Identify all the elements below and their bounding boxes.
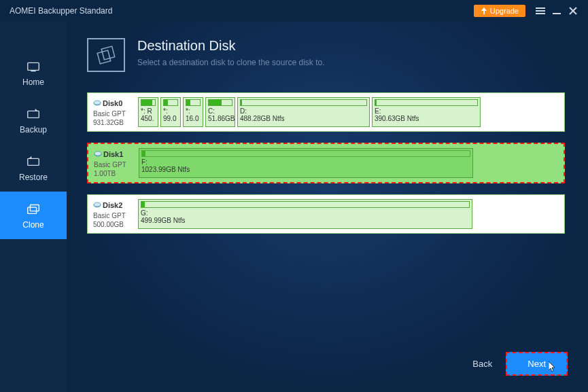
- partition-usage-bar: [141, 150, 470, 157]
- restore-icon: [26, 154, 41, 168]
- sidebar-label: Home: [22, 77, 44, 87]
- partition-size: 450.: [141, 115, 156, 122]
- disk-size: 1.00TB: [94, 170, 116, 177]
- svg-rect-9: [30, 205, 39, 211]
- partition-letter: *:: [163, 107, 178, 115]
- partition-size: 16.0: [186, 115, 201, 122]
- destination-disk-icon: [87, 38, 125, 72]
- disk-card[interactable]: Disk0Basic GPT931.32GB*: R450.*:99.0*:16…: [87, 92, 565, 132]
- home-icon: [26, 58, 41, 73]
- partition[interactable]: F:1023.99GB Ntfs: [139, 148, 473, 178]
- disk-icon: [94, 150, 102, 160]
- disk-type: Basic GPT: [94, 161, 126, 168]
- sidebar-label: Clone: [22, 220, 44, 230]
- disk-name: Disk0: [103, 99, 122, 107]
- titlebar: AOMEI Backupper Standard Upgrade: [0, 0, 588, 22]
- disk-card[interactable]: Disk1Basic GPT1.00TBF:1023.99GB Ntfs: [87, 143, 565, 183]
- partition-letter: *: R: [141, 107, 156, 115]
- sidebar-label: Backup: [20, 125, 47, 135]
- partition-letter: G:: [141, 209, 470, 217]
- disk-icon: [93, 99, 101, 109]
- svg-rect-2: [536, 13, 545, 14]
- partition-size: 488.28GB Ntfs: [240, 115, 367, 122]
- sidebar-item-home[interactable]: Home: [0, 49, 67, 96]
- app-title: AOMEI Backupper Standard: [7, 6, 474, 16]
- partition-size: 499.99GB Ntfs: [141, 217, 470, 224]
- partition-usage-bar: [141, 99, 156, 106]
- disk-size: 500.00GB: [93, 221, 124, 228]
- cursor-icon: [549, 361, 557, 372]
- upgrade-icon: [481, 7, 487, 14]
- svg-rect-8: [28, 207, 37, 213]
- partition-letter: E:: [375, 107, 478, 115]
- partition[interactable]: G:499.99GB Ntfs: [138, 199, 472, 229]
- back-button[interactable]: Back: [472, 359, 492, 369]
- partition-letter: F:: [141, 158, 470, 166]
- sidebar-item-clone[interactable]: Clone: [0, 192, 67, 239]
- menu-icon[interactable]: [532, 3, 549, 19]
- partitions: *: R450.*:99.0*:16.0C:51.86GBD:488.28GB …: [138, 97, 560, 127]
- svg-rect-3: [553, 13, 561, 14]
- svg-point-15: [94, 152, 101, 156]
- upgrade-label: Upgrade: [490, 7, 519, 15]
- partition-usage-bar: [375, 99, 478, 106]
- sidebar-item-backup[interactable]: Backup: [0, 96, 67, 144]
- disk-size: 931.32GB: [93, 119, 124, 126]
- partition-size: 51.86GB: [208, 115, 232, 122]
- partitions: G:499.99GB Ntfs: [138, 199, 560, 229]
- page-title: Destination Disk: [137, 38, 325, 54]
- partition-letter: D:: [240, 107, 367, 115]
- partition-usage-bar: [163, 99, 178, 106]
- partition-letter: C:: [208, 107, 232, 115]
- sidebar-label: Restore: [19, 173, 48, 182]
- partition[interactable]: *: R450.: [138, 97, 158, 127]
- partition[interactable]: E:390.63GB Ntfs: [372, 97, 481, 127]
- disk-info: Disk1Basic GPT1.00TB: [92, 148, 139, 178]
- page-subtitle: Select a destination disk to clone the s…: [137, 58, 325, 67]
- upgrade-button[interactable]: Upgrade: [474, 5, 525, 17]
- svg-point-13: [94, 101, 101, 105]
- backup-icon: [26, 106, 41, 121]
- partitions: F:1023.99GB Ntfs: [139, 148, 559, 178]
- svg-rect-4: [28, 63, 39, 70]
- svg-point-17: [94, 202, 101, 207]
- partition-size: 99.0: [163, 115, 178, 122]
- partition[interactable]: D:488.28GB Ntfs: [237, 97, 370, 127]
- svg-rect-6: [28, 111, 39, 118]
- partition-size: 390.63GB Ntfs: [375, 115, 478, 122]
- disk-info: Disk0Basic GPT931.32GB: [92, 97, 138, 127]
- disk-type: Basic GPT: [93, 110, 126, 118]
- svg-rect-5: [31, 70, 35, 71]
- clone-icon: [26, 201, 41, 216]
- svg-rect-7: [28, 158, 39, 165]
- partition-usage-bar: [141, 201, 470, 208]
- content: Destination Disk Select a destination di…: [67, 22, 588, 392]
- partition[interactable]: *:99.0: [160, 97, 181, 127]
- next-label: Next: [528, 359, 546, 369]
- partition[interactable]: C:51.86GB: [205, 97, 235, 127]
- partition-letter: *:: [186, 107, 201, 115]
- sidebar-item-restore[interactable]: Restore: [0, 144, 67, 192]
- partition-size: 1023.99GB Ntfs: [141, 166, 470, 173]
- partition[interactable]: *:16.0: [183, 97, 203, 127]
- minimize-icon[interactable]: [549, 3, 565, 19]
- partition-usage-bar: [240, 99, 367, 106]
- disk-list: Disk0Basic GPT931.32GB*: R450.*:99.0*:16…: [87, 92, 565, 234]
- disk-name: Disk2: [103, 201, 122, 209]
- partition-usage-bar: [208, 99, 232, 106]
- disk-icon: [93, 201, 101, 211]
- svg-rect-1: [536, 10, 545, 12]
- next-button[interactable]: Next: [506, 352, 568, 376]
- partition-usage-bar: [186, 99, 201, 106]
- disk-type: Basic GPT: [93, 212, 126, 219]
- disk-info: Disk2Basic GPT500.00GB: [92, 199, 138, 229]
- disk-card[interactable]: Disk2Basic GPT500.00GBG:499.99GB Ntfs: [87, 194, 565, 234]
- disk-name: Disk1: [103, 150, 123, 158]
- svg-rect-0: [536, 7, 545, 9]
- close-icon[interactable]: [565, 3, 581, 19]
- sidebar: Home Backup Restore Clone: [0, 22, 67, 392]
